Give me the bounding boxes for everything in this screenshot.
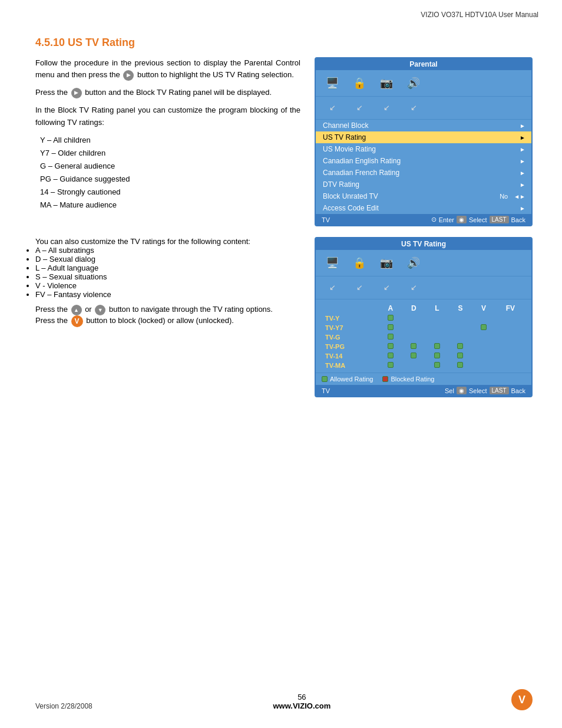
menu-item-channel-block[interactable]: Channel Block ►: [316, 120, 531, 131]
parental-panel-container: Parental 🖥️ 🔒 📷 🔊 ↙ ↙ ↙ ↙ Channel Block: [315, 57, 533, 226]
rating-item: MA – Mature audience: [40, 199, 300, 211]
cell-tvy7-a: [379, 323, 402, 332]
rating-dot-allowed: [411, 343, 416, 349]
cell-tv14-v: [472, 351, 495, 361]
cell-tvpg-fv: [495, 342, 525, 351]
menu-item-dtv-rating[interactable]: DTV Rating ►: [316, 179, 531, 190]
col-d: D: [402, 303, 426, 314]
cell-tvy7-s: [449, 323, 472, 332]
cell-tvg-fv: [495, 332, 525, 342]
vizio-v-button-icon: V: [71, 315, 83, 327]
rating-dot-allowed: [388, 343, 394, 349]
col-a: A: [379, 303, 402, 314]
footer-tv-label: TV: [322, 216, 330, 223]
cell-tv14-l: [425, 351, 449, 361]
menu-item-label: Canadian English Rating: [323, 157, 401, 165]
table-row: TV-Y7: [322, 323, 525, 332]
menu-item-label: Access Code Edit: [323, 204, 379, 212]
menu-item-us-movie-rating[interactable]: US Movie Rating ►: [316, 143, 531, 155]
cell-tvy-s: [449, 314, 472, 323]
content-rating-item: L – Adult language: [35, 263, 300, 272]
row-label-tvy7: TV-Y7: [322, 323, 379, 332]
cell-tvma-l: [425, 361, 449, 370]
rating-dot-allowed: [434, 362, 440, 368]
table-row: TV-Y: [322, 314, 525, 323]
header-title: VIZIO VO37L HDTV10A User Manual: [421, 11, 538, 19]
rating-dot-allowed: [411, 353, 416, 358]
rating-legend: Allowed Rating Blocked Rating: [316, 373, 531, 385]
menu-item-arrow: ►: [520, 146, 525, 153]
cell-tvma-s: [449, 361, 472, 370]
table-row: TV-G: [322, 332, 525, 342]
footer-logo: V: [511, 689, 533, 710]
ctrl-enter: ◉: [457, 387, 467, 394]
intro-paragraph-1: Follow the procedure in the previous sec…: [35, 57, 300, 81]
cell-tvy-v: [472, 314, 495, 323]
cell-tvg-d: [402, 332, 426, 342]
section-title: 4.5.10 US TV Rating: [35, 37, 533, 49]
page-header: VIZIO VO37L HDTV10A User Manual: [0, 0, 562, 19]
tv-rating-grid: A D L S V FV TV-Y: [316, 299, 531, 373]
tv-icon-monitor: 🖥️: [322, 253, 343, 272]
menu-item-label: Channel Block: [323, 121, 368, 130]
footer-website: www.VIZIO.com: [273, 701, 330, 710]
parental-icon-speaker: 🔊: [403, 74, 424, 93]
rating-dot-allowed: [434, 343, 440, 349]
table-row: TV-PG: [322, 342, 525, 351]
footer-tv-label: TV: [322, 387, 330, 394]
menu-item-block-unrated[interactable]: Block Unrated TV No ◄►: [316, 190, 531, 202]
rating-table: A D L S V FV TV-Y: [322, 303, 525, 370]
rating-dot-allowed: [434, 353, 440, 358]
bottom-section: You can also customize the TV ratings fo…: [35, 237, 533, 397]
body-paragraph-3: Press the ▲ or ▼ button to navigate thro…: [35, 305, 300, 315]
cell-tvy7-fv: [495, 323, 525, 332]
parental-sub-icon-1: ↙: [322, 98, 343, 117]
select-label: Select: [469, 216, 487, 223]
cell-tvma-fv: [495, 361, 525, 370]
legend-dot-blocked: [382, 376, 388, 382]
enter-label: Enter: [439, 216, 454, 223]
row-label-tv14: TV-14: [322, 351, 379, 361]
menu-item-label: DTV Rating: [323, 180, 359, 189]
cell-tvy-l: [425, 314, 449, 323]
legend-allowed-label: Allowed Rating: [330, 375, 373, 383]
footer-version: Version 2/28/2008: [35, 702, 92, 710]
cell-tvpg-v: [472, 342, 495, 351]
menu-item-label: Canadian French Rating: [323, 169, 399, 177]
footer-center: 56 www.VIZIO.com: [273, 693, 330, 710]
rating-dot-allowed: [481, 324, 487, 330]
tv-icon-lock: 🔒: [349, 253, 370, 272]
back-label: Back: [511, 387, 525, 394]
cell-tvg-s: [449, 332, 472, 342]
menu-item-arrow: ►: [520, 158, 525, 164]
tv-rating-panel-footer: TV Sel ◉ Select LAST Back: [316, 385, 531, 396]
parental-panel-icons: 🖥️ 🔒 📷 🔊: [316, 70, 531, 97]
menu-item-access-code[interactable]: Access Code Edit ►: [316, 202, 531, 214]
cell-tvy7-d: [402, 323, 426, 332]
menu-item-arrow: ►: [520, 205, 525, 212]
rating-item: Y7 – Older children: [40, 147, 300, 159]
parental-sub-icon-4: ↙: [403, 98, 424, 117]
menu-item-canadian-french[interactable]: Canadian French Rating ►: [316, 167, 531, 179]
enter-button-icon: ▶: [71, 88, 82, 98]
rating-dot-allowed: [388, 315, 394, 321]
tv-icon-speaker: 🔊: [403, 253, 424, 272]
parental-icon-monitor: 🖥️: [322, 74, 343, 93]
row-label-tvy: TV-Y: [322, 314, 379, 323]
rating-item: G – General audience: [40, 160, 300, 172]
table-row: TV-MA: [322, 361, 525, 370]
ctrl-last: LAST: [490, 216, 509, 223]
page-number: 56: [273, 693, 330, 701]
cell-tv14-fv: [495, 351, 525, 361]
tv-rating-panel-title: US TV Rating: [316, 238, 531, 250]
bottom-text-column: You can also customize the TV ratings fo…: [35, 237, 300, 397]
cell-tvma-v: [472, 361, 495, 370]
menu-item-canadian-english[interactable]: Canadian English Rating ►: [316, 155, 531, 167]
menu-item-us-tv-rating[interactable]: US TV Rating ►: [316, 131, 531, 143]
menu-item-arrow: ►: [520, 134, 525, 141]
content-rating-item: D – Sexual dialog: [35, 255, 300, 263]
rating-table-header: A D L S V FV: [322, 303, 525, 314]
tv-rating-panel: US TV Rating 🖥️ 🔒 📷 🔊 ↙ ↙ ↙ ↙: [315, 237, 533, 397]
row-label-tvpg: TV-PG: [322, 342, 379, 351]
parental-panel: Parental 🖥️ 🔒 📷 🔊 ↙ ↙ ↙ ↙ Channel Block: [315, 57, 533, 226]
